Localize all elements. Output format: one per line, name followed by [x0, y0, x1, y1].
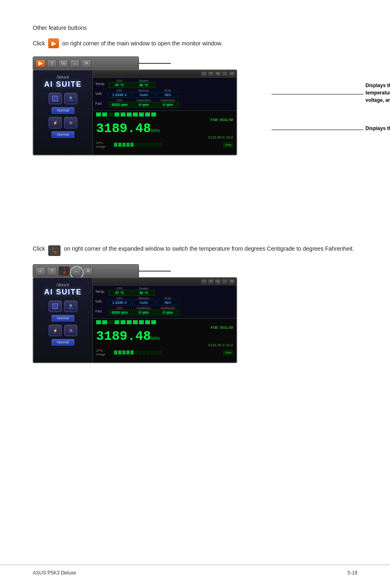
monitor2-q-btn[interactable]: ? [208, 279, 214, 284]
usage-pct-2: 23% [223, 350, 233, 355]
volt-cpu-val: 1.3280 V [108, 92, 131, 98]
volt2-cpu-val: 1.3280 V [108, 300, 131, 305]
fan2-ch1-val: 0 rpm [132, 310, 155, 315]
temp-sys-label: System [139, 79, 148, 82]
topbar-minus-btn[interactable]: – [70, 59, 80, 67]
ubar2-1 [114, 350, 117, 355]
instruction-2: Click t°C on right corner of the expande… [33, 245, 357, 256]
freq-bar2-7 [133, 320, 138, 324]
monitor-minus-btn[interactable]: – [222, 72, 228, 76]
ai-suite-title: AI SUITE [44, 80, 82, 89]
monitor2-lt-btn[interactable]: < [201, 279, 207, 284]
temp2-sys-box: System 35 °C [132, 287, 155, 296]
connector-line-2 [138, 271, 171, 272]
ubar-8 [143, 143, 146, 147]
open-monitor-button-icon[interactable]: ▶ [48, 38, 59, 48]
freq-value-2: 3189.48 [96, 330, 151, 343]
ubar2-12 [159, 350, 162, 355]
freq-panel-1: FSB: 0531.58 3189.48 MHz 0132.89 X 24.0 … [93, 111, 236, 155]
topbar2-minus-btn[interactable]: – [72, 267, 81, 275]
svg-point-5 [69, 304, 72, 307]
ubar2-6 [134, 350, 138, 355]
fan-ch1-box: CHASSIS1 0 rpm [132, 99, 155, 108]
topbar2-lt-btn[interactable]: < [36, 267, 45, 275]
temp-cpu-box: CPU 47 °C [108, 79, 131, 88]
suite-btn-cpu[interactable] [49, 93, 62, 104]
window-topbar-1: ▶ ? % – ✕ [33, 56, 139, 70]
monitor-lt-btn[interactable]: < [201, 72, 207, 76]
monitor2-x-btn[interactable]: ✕ [229, 279, 235, 284]
suite-btn2-settings[interactable]: ⚙ [64, 325, 77, 336]
volt2-mem-val: Auto [132, 300, 155, 305]
freq-mhz: MHz [151, 128, 160, 133]
temp-cpu-label: CPU [117, 79, 123, 82]
fan2-cpu-label: CPU [117, 307, 123, 310]
cpu-usage-row: CPU Usage [96, 141, 233, 148]
suite-btn2-cpu[interactable] [49, 301, 62, 312]
temp2-cpu-box: CPU 47 °C [108, 287, 131, 296]
freq-bar-6 [127, 112, 132, 117]
suite-btn2-profile[interactable] [64, 301, 77, 312]
ubar-10 [151, 143, 154, 147]
volt-mem-val: Auto [132, 92, 155, 98]
asus-logo: /asus [56, 74, 69, 79]
temp-switch-btn-icon[interactable]: t°C [48, 245, 61, 256]
freq-bar-3 [108, 112, 113, 117]
topbar2-close-btn[interactable]: ✕ [83, 267, 93, 275]
monitor-q-btn[interactable]: ? [208, 72, 214, 76]
suite-btn-profile[interactable] [64, 93, 77, 104]
suite-buttons: Normal ⚡ ⚙ Normal [36, 93, 90, 138]
freq-bar2-3 [108, 320, 113, 324]
temp2-cpu-val: 47 °C [108, 290, 131, 296]
ubar-9 [147, 143, 150, 147]
topbar-percent-btn[interactable]: % [58, 59, 68, 67]
freq-bar2-2 [102, 320, 107, 324]
monitor2-minus-btn[interactable]: – [222, 279, 228, 284]
fan-cpu-box: CPU 4325 rpm [108, 99, 131, 108]
freq-bar-4 [114, 112, 119, 117]
monitor2-pct-btn[interactable]: % [215, 279, 221, 284]
freq-bar-10 [151, 112, 156, 117]
volt-mem-box: Memory Auto [132, 89, 155, 98]
volt-mem-label: Memory [139, 89, 149, 92]
fan-row-label: Fan. [95, 101, 107, 105]
stats-panel-1: Temp. CPU 47 °C System 35 °C [93, 78, 236, 111]
usage-pct: 23% [223, 142, 233, 148]
monitor-x-btn[interactable]: ✕ [229, 72, 235, 76]
left-panel-2: /asus AI SUITE Normal [34, 278, 93, 362]
instruction-2-prefix: Click [33, 245, 45, 252]
topbar2-question-btn[interactable]: ? [47, 267, 57, 275]
svg-rect-1 [54, 97, 57, 100]
ubar2-8 [143, 350, 146, 355]
freq-indicators [96, 112, 233, 117]
topbar-question-btn[interactable]: ? [47, 59, 57, 67]
freq-display: 3189.48 MHz [96, 122, 233, 135]
fan2-ch2-box: CHASSIS2 0 rpm [157, 307, 179, 315]
temp-row: Temp. CPU 47 °C System 35 °C [95, 79, 234, 88]
ubar-4 [126, 143, 130, 147]
freq-bar-1 [96, 112, 101, 117]
freq-bar2-10 [151, 320, 156, 324]
normal-status: Normal [52, 107, 74, 114]
fan-ch1-label: CHASSIS1 [137, 99, 151, 102]
suite-btn2-power[interactable]: ⚡ [49, 325, 62, 336]
usage-bars [114, 143, 222, 147]
right-panel-monitor-2: < ? % – ✕ Temp. CPU 47 °C [93, 278, 236, 362]
instruction-1-suffix: on right corner of the main window to op… [62, 40, 222, 47]
fan-cpu-label: CPU [117, 99, 123, 102]
volt2-cpu-box: CPU 1.3280 V [108, 297, 131, 305]
suite-btn-settings[interactable]: ⚙ [64, 117, 77, 128]
volt-row-2: Volt. CPU 1.3280 V Memory Auto [95, 297, 234, 305]
suite-btn-power[interactable]: ⚡ [49, 117, 62, 128]
normal-status2-2: Normal [52, 339, 74, 346]
monitor-pct-btn[interactable]: % [215, 72, 221, 76]
screenshot-1-wrapper: ▶ ? % – ✕ /asus AI SUITE [33, 56, 357, 155]
topbar2-temp-btn[interactable]: t°F [58, 266, 70, 276]
ubar-2 [118, 143, 121, 147]
topbar-arrow-btn[interactable]: ▶ [36, 59, 45, 67]
topbar-close-btn[interactable]: ✕ [81, 59, 91, 67]
volt-row-2-label: Volt. [95, 299, 107, 303]
stats-panel-2: Temp. CPU 47 °C System 35 °C [93, 285, 236, 319]
window-topbar-2: < ? t°F – ✕ [33, 264, 139, 277]
freq-bar-7 [133, 112, 138, 117]
